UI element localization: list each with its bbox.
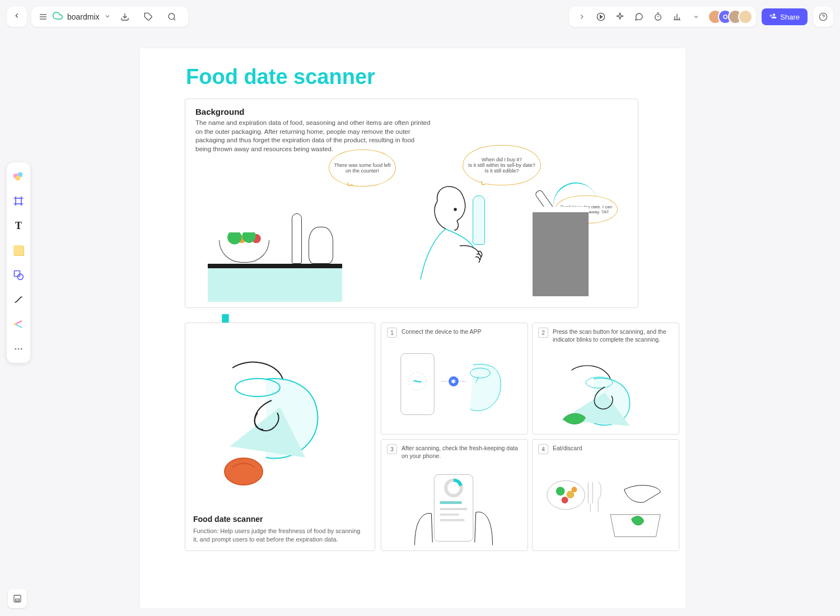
svg-point-37 bbox=[225, 458, 263, 485]
tag-icon[interactable] bbox=[139, 7, 158, 26]
svg-text:✱: ✱ bbox=[451, 378, 456, 385]
cloud-sync-icon bbox=[53, 11, 63, 23]
search-icon[interactable] bbox=[162, 7, 181, 26]
more-tools[interactable] bbox=[10, 340, 27, 357]
svg-point-35 bbox=[454, 208, 456, 211]
svg-point-26 bbox=[17, 274, 23, 279]
download-icon[interactable] bbox=[115, 7, 134, 26]
help-button[interactable] bbox=[813, 7, 833, 27]
counter-illustration bbox=[208, 229, 342, 302]
step-4-panel: 4 Eat/discard bbox=[532, 439, 679, 551]
step-text: Eat/discard bbox=[553, 444, 582, 452]
scanner-heading: Food date scanner bbox=[193, 515, 361, 524]
minimap-button[interactable] bbox=[8, 589, 27, 608]
step-3-panel: 3 After scanning, check the fresh-keepin… bbox=[381, 439, 528, 551]
left-toolbox: T bbox=[7, 162, 30, 363]
right-tools: O bbox=[569, 7, 756, 27]
share-button[interactable]: Share bbox=[762, 8, 808, 25]
doc-title: Food date scanner bbox=[186, 65, 375, 89]
svg-point-31 bbox=[18, 348, 20, 350]
svg-point-56 bbox=[571, 487, 577, 492]
step-text: Connect the device to the APP bbox=[402, 328, 481, 335]
svg-point-32 bbox=[21, 348, 22, 350]
background-body: The name and expiration data of food, se… bbox=[195, 119, 431, 153]
svg-rect-51 bbox=[440, 519, 465, 521]
connector-tool[interactable] bbox=[10, 291, 27, 308]
step-text: Press the scan button for scanning, and … bbox=[553, 328, 673, 343]
play-icon[interactable] bbox=[591, 7, 610, 26]
sticky-note-icon bbox=[13, 245, 24, 255]
svg-rect-48 bbox=[440, 501, 462, 504]
share-label: Share bbox=[780, 13, 800, 21]
svg-marker-8 bbox=[600, 15, 603, 18]
topbar-left: boardmix bbox=[7, 7, 188, 27]
text-tool[interactable]: T bbox=[10, 217, 27, 234]
bin-illustration bbox=[533, 207, 589, 296]
chart-icon[interactable] bbox=[668, 7, 687, 26]
svg-point-29 bbox=[14, 323, 16, 325]
svg-line-27 bbox=[15, 321, 22, 324]
step-num: 4 bbox=[538, 444, 548, 454]
scanner-illustration bbox=[199, 346, 362, 497]
canvas[interactable]: Food date scanner Background The name an… bbox=[140, 48, 685, 608]
svg-rect-50 bbox=[440, 514, 459, 516]
timer-icon[interactable] bbox=[648, 7, 668, 26]
svg-point-52 bbox=[547, 480, 585, 510]
step-num: 1 bbox=[387, 328, 397, 338]
chevron-right-icon[interactable] bbox=[572, 7, 591, 26]
shape-tool[interactable] bbox=[10, 267, 27, 283]
help-icon bbox=[819, 12, 828, 21]
scanner-body: Function: Help users judge the freshness… bbox=[193, 527, 361, 544]
mindmap-tool[interactable] bbox=[10, 316, 27, 333]
svg-rect-34 bbox=[16, 599, 20, 601]
svg-point-5 bbox=[169, 13, 175, 20]
background-panel: Background The name and expiration data … bbox=[185, 99, 638, 308]
svg-rect-38 bbox=[401, 353, 435, 414]
app-name: boardmix bbox=[67, 12, 100, 21]
svg-rect-49 bbox=[440, 508, 468, 510]
svg-point-9 bbox=[655, 14, 661, 20]
svg-line-6 bbox=[174, 18, 175, 20]
layers-icon bbox=[13, 594, 22, 603]
step-num: 3 bbox=[387, 444, 397, 454]
comment-icon[interactable] bbox=[629, 7, 648, 26]
topbar-right: O Share bbox=[569, 7, 833, 27]
avatar[interactable] bbox=[738, 10, 753, 24]
step-2-panel: 2 Press the scan button for scanning, an… bbox=[532, 323, 679, 435]
step-text: After scanning, check the fresh-keeping … bbox=[402, 444, 522, 460]
brand-menu[interactable]: boardmix bbox=[31, 7, 188, 27]
svg-line-28 bbox=[15, 324, 22, 328]
svg-point-53 bbox=[556, 487, 565, 496]
svg-rect-20 bbox=[16, 176, 21, 181]
chevron-down-icon bbox=[104, 12, 111, 22]
speech-bubble-1: There was some food left on the counter! bbox=[329, 150, 396, 186]
person-plus-icon bbox=[769, 12, 777, 21]
templates-tool[interactable] bbox=[10, 168, 27, 185]
step-1-panel: 1 Connect the device to the APP ✱ bbox=[381, 323, 528, 435]
bottle-icon bbox=[473, 195, 485, 245]
back-button[interactable] bbox=[7, 7, 27, 27]
more-chevron-icon[interactable] bbox=[687, 7, 706, 26]
svg-rect-46 bbox=[434, 475, 473, 542]
collaborator-avatars[interactable]: O bbox=[708, 10, 753, 24]
scanner-panel: Food date scanner Function: Help users j… bbox=[185, 323, 375, 551]
sparkle-icon[interactable] bbox=[610, 7, 629, 26]
frame-tool[interactable] bbox=[10, 193, 27, 209]
background-heading: Background bbox=[195, 107, 628, 116]
step-num: 2 bbox=[538, 328, 548, 338]
menu-icon bbox=[38, 7, 48, 26]
chevron-left-icon bbox=[13, 12, 21, 22]
svg-point-55 bbox=[562, 497, 568, 503]
svg-rect-25 bbox=[15, 271, 20, 277]
svg-point-30 bbox=[15, 348, 16, 350]
sticky-note-tool[interactable] bbox=[10, 242, 27, 259]
